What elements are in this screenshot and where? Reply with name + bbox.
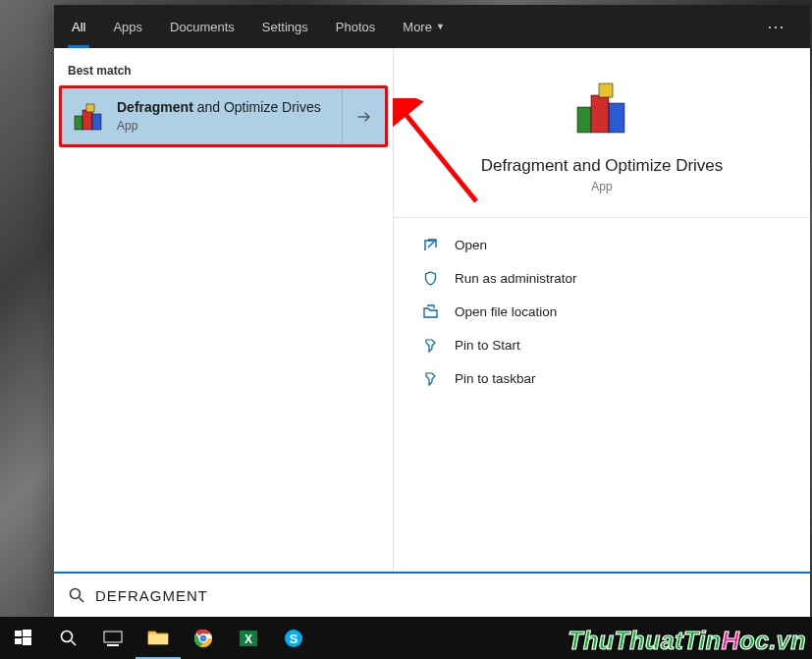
open-icon [421, 236, 439, 253]
svg-rect-4 [577, 107, 591, 133]
svg-rect-5 [591, 95, 609, 133]
tab-all[interactable]: All [58, 5, 99, 48]
more-options-button[interactable]: ⋯ [747, 16, 806, 37]
taskbar-skype[interactable]: S [271, 617, 316, 659]
search-icon [68, 586, 85, 604]
svg-rect-2 [92, 114, 101, 130]
svg-line-9 [80, 598, 84, 603]
tab-more-label: More [403, 20, 432, 34]
action-open-location-label: Open file location [455, 304, 557, 319]
svg-rect-0 [75, 116, 82, 130]
action-pin-start-label: Pin to Start [455, 338, 520, 353]
action-open-location[interactable]: Open file location [394, 295, 810, 328]
results-column: Best match Defragment and Optimize Drive… [54, 48, 393, 572]
search-input[interactable] [95, 587, 796, 604]
action-run-admin[interactable]: Run as administrator [394, 261, 810, 295]
svg-point-8 [71, 589, 81, 599]
tab-documents[interactable]: Documents [156, 5, 248, 48]
expand-arrow-button[interactable] [342, 88, 385, 144]
svg-text:S: S [290, 631, 298, 645]
preview-column: Defragment and Optimize Drives App Open … [393, 48, 810, 572]
svg-rect-14 [23, 637, 31, 645]
svg-rect-13 [15, 638, 22, 644]
svg-rect-18 [107, 644, 119, 646]
match-subtitle: App [117, 119, 342, 134]
search-bar [54, 572, 810, 617]
start-search-panel: All Apps Documents Settings Photos More … [54, 5, 810, 617]
pin-icon [421, 369, 439, 387]
search-body: Best match Defragment and Optimize Drive… [54, 48, 810, 572]
start-button[interactable] [0, 617, 45, 659]
action-pin-start[interactable]: Pin to Start [394, 328, 810, 361]
taskbar-chrome[interactable] [181, 617, 226, 659]
match-title: Defragment and Optimize Drives [117, 99, 342, 117]
svg-line-16 [71, 641, 76, 646]
svg-point-15 [61, 632, 72, 642]
action-open-label: Open [455, 238, 487, 252]
svg-rect-7 [599, 83, 613, 97]
tab-apps[interactable]: Apps [99, 5, 156, 48]
defrag-icon [72, 100, 105, 134]
preview-actions: Open Run as administrator Open file loca… [394, 217, 810, 405]
search-tabs: All Apps Documents Settings Photos More … [54, 5, 810, 48]
preview-title: Defragment and Optimize Drives [481, 156, 724, 176]
search-button[interactable] [45, 617, 90, 659]
svg-rect-12 [23, 630, 31, 636]
chevron-down-icon: ▼ [436, 22, 445, 31]
svg-rect-1 [82, 110, 92, 130]
action-open[interactable]: Open [394, 228, 810, 261]
action-pin-taskbar[interactable]: Pin to taskbar [394, 361, 810, 395]
preview-subtitle: App [591, 180, 612, 193]
best-match-result[interactable]: Defragment and Optimize Drives App [59, 85, 388, 147]
action-run-admin-label: Run as administrator [455, 271, 577, 286]
pin-icon [421, 336, 439, 354]
svg-rect-6 [609, 103, 624, 133]
tab-more[interactable]: More ▼ [389, 5, 459, 48]
task-view-button[interactable] [90, 617, 135, 659]
svg-rect-17 [104, 632, 122, 642]
svg-rect-3 [86, 104, 94, 112]
defrag-icon [571, 78, 632, 138]
taskbar-file-explorer[interactable] [135, 617, 181, 659]
tab-settings[interactable]: Settings [248, 5, 322, 48]
action-pin-taskbar-label: Pin to taskbar [455, 371, 536, 386]
svg-rect-11 [15, 631, 22, 636]
preview-header: Defragment and Optimize Drives App [394, 48, 810, 217]
best-match-heading: Best match [54, 58, 393, 85]
svg-text:X: X [244, 632, 252, 646]
svg-rect-19 [148, 634, 168, 644]
taskbar: X S [0, 617, 812, 659]
tab-photos[interactable]: Photos [322, 5, 389, 48]
shield-icon [421, 269, 439, 287]
taskbar-excel[interactable]: X [226, 617, 271, 659]
folder-icon [421, 302, 439, 320]
